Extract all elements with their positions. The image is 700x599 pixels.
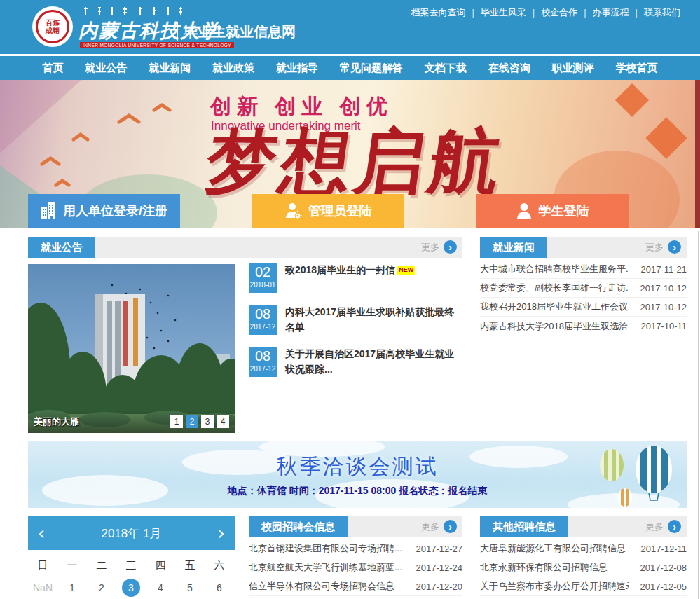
graduation-cap-icon	[615, 83, 649, 117]
carousel-page-button[interactable]: 2	[186, 415, 198, 428]
chevron-left-icon[interactable]: ‹	[38, 524, 45, 542]
date-month: 2018-01	[249, 281, 277, 289]
hero-banner: 创新 创业 创优 Innovative undertaking merit 梦想…	[0, 80, 700, 228]
top-link[interactable]: 毕业生风采	[481, 6, 541, 19]
chevron-right-icon[interactable]: ›	[218, 524, 225, 542]
news-item-title: 校党委常委、副校长李国雄一行走访...	[480, 282, 629, 294]
top-link[interactable]: 校企合作	[541, 6, 592, 19]
nav-item[interactable]: 就业新闻	[149, 62, 191, 75]
news-item[interactable]: 内蒙古科技大学2018届毕业生双选洽... 2017-10-11	[480, 317, 687, 336]
other-job-item[interactable]: 北京永新环保有限公司招聘信息 2017-12-08	[480, 558, 687, 577]
announcement-title-text: 致2018届毕业生的一封信	[285, 264, 395, 275]
top-link[interactable]: 档案去向查询	[411, 6, 480, 19]
banner-slogan-cn: 创新 创业 创优	[210, 92, 393, 121]
announcement-title: 关于开展自治区2017届高校毕业生就业状况跟踪...NEW	[277, 347, 462, 377]
calendar-widget: ‹ 2018年 1月 › 日一二三四五六 NaN123456	[28, 516, 235, 593]
other-job-date: 2017-12-08	[640, 563, 687, 573]
top-link[interactable]: 办事流程	[593, 6, 644, 19]
campus-job-title: 信立半导体有限公司专场招聘会信息	[249, 580, 394, 593]
campus-jobs-title: 校园招聘会信息	[249, 516, 348, 537]
calendar-weekday-row: 日一二三四五六	[28, 559, 235, 572]
admin-gear-icon	[285, 202, 302, 219]
arrow-right-icon: ›	[444, 240, 457, 254]
top-links: 档案去向查询毕业生风采校企合作办事流程联系我们	[411, 6, 680, 19]
campus-job-title: 北京首钢建设集团有限公司专场招聘...	[249, 542, 402, 555]
nav-item[interactable]: 就业指导	[276, 62, 318, 75]
carousel-page-button[interactable]: 4	[217, 415, 229, 428]
news-item-title: 我校召开2018届毕业生就业工作会议	[480, 301, 628, 313]
date-day: 02	[249, 263, 277, 281]
news-item[interactable]: 校党委常委、副校长李国雄一行走访... 2017-10-12	[480, 279, 687, 298]
job-fair-details: 地点：体育馆 时间：2017-11-15 08:00 报名状态：报名结束	[28, 485, 687, 497]
university-name-en: INNER MONGOLIA UNIVERSITY OF SCIENCE & T…	[80, 42, 234, 48]
other-jobs-more-link[interactable]: 更多 ›	[645, 520, 681, 533]
news-item-date: 2017-10-11	[640, 321, 687, 331]
calendar-date[interactable]: 6	[205, 582, 234, 593]
other-job-title: 大唐阜新能源化工有限公司招聘信息	[480, 542, 626, 555]
other-job-item[interactable]: 大唐阜新能源化工有限公司招聘信息 2017-12-11	[480, 539, 687, 558]
more-label: 更多	[421, 241, 439, 254]
nav-item[interactable]: 在线咨询	[488, 62, 530, 75]
admin-login-label: 管理员登陆	[309, 202, 372, 219]
carousel-caption-bar: 美丽的大雁 1234	[28, 411, 235, 433]
news-item[interactable]: 我校召开2018届毕业生就业工作会议 2017-10-12	[480, 298, 687, 317]
date-month: 2017-12	[249, 323, 277, 331]
student-login-button[interactable]: 学生登陆	[476, 194, 629, 228]
news-section-header: 就业新闻 更多 ›	[480, 237, 687, 258]
date-month: 2017-12	[249, 365, 277, 373]
calendar-date[interactable]: NaN	[28, 582, 57, 593]
other-job-date: 2017-12-05	[640, 581, 687, 592]
announcement-title-text: 内科大2017届毕业生求职补贴获批最终名单	[285, 306, 454, 333]
campus-job-item[interactable]: 中节能大地国际再生资源有限公司专... 2017-12-18	[249, 596, 462, 599]
announcement-item[interactable]: 02 2018-01 致2018届毕业生的一封信NEW	[249, 263, 462, 293]
carousel-caption: 美丽的大雁	[34, 415, 79, 428]
other-job-item[interactable]: 关于乌兰察布市委办公厅公开招聘速录 2017-12-05	[480, 577, 687, 596]
calendar-date[interactable]: 5	[175, 582, 205, 593]
top-link[interactable]: 联系我们	[644, 6, 680, 19]
more-label: 更多	[421, 521, 439, 533]
employer-login-button[interactable]: 用人单位登录/注册	[28, 194, 180, 228]
nav-item[interactable]: 常见问题解答	[340, 62, 403, 75]
campus-job-title: 北京航空航天大学飞行训练基地蔚蓝...	[249, 561, 402, 574]
admin-login-button[interactable]: 管理员登陆	[252, 194, 404, 228]
more-label: 更多	[645, 241, 664, 254]
page: 百炼 成钢 内蒙古科技大学 INNER MONGOLIA UNIVERSITY …	[0, 0, 700, 599]
job-fair-banner[interactable]: 秋季洽谈会测试 地点：体育馆 时间：2017-11-15 08:00 报名状态：…	[28, 441, 687, 508]
campus-job-item[interactable]: 北京航空航天大学飞行训练基地蔚蓝... 2017-12-24	[249, 558, 462, 577]
student-icon	[516, 202, 532, 219]
calendar-date[interactable]: 4	[146, 582, 175, 593]
date-badge: 08 2017-12	[249, 347, 277, 377]
news-more-link[interactable]: 更多 ›	[645, 240, 681, 254]
nav-item[interactable]: 首页	[42, 62, 63, 75]
announcements-title: 就业公告	[28, 237, 95, 258]
nav-item[interactable]: 就业政策	[212, 62, 254, 75]
more-label: 更多	[645, 521, 664, 533]
campus-job-item[interactable]: 北京首钢建设集团有限公司专场招聘... 2017-12-27	[249, 539, 462, 558]
announcement-item[interactable]: 08 2017-12 内科大2017届毕业生求职补贴获批最终名单NEW	[249, 305, 462, 335]
nav-item[interactable]: 学校首页	[615, 62, 657, 75]
announcement-item[interactable]: 08 2017-12 关于开展自治区2017届高校毕业生就业状况跟踪...NEW	[249, 347, 462, 377]
other-jobs-title: 其他招聘信息	[480, 516, 568, 537]
carousel-page-button[interactable]: 3	[201, 415, 214, 428]
banner-headline: 梦想启航	[202, 125, 509, 198]
calendar-weekday: 日	[28, 559, 57, 572]
calendar-date[interactable]: 1	[57, 582, 87, 593]
nav-item[interactable]: 职业测评	[552, 62, 594, 75]
campus-jobs-more-link[interactable]: 更多 ›	[421, 520, 457, 533]
calendar-weekday: 三	[116, 559, 146, 572]
campus-job-item[interactable]: 信立半导体有限公司专场招聘会信息 2017-12-20	[249, 577, 462, 596]
announcements-more-link[interactable]: 更多 ›	[421, 240, 457, 254]
carousel-page-button[interactable]: 1	[170, 415, 183, 428]
calendar-date[interactable]: 2	[87, 582, 116, 593]
new-badge: NEW	[397, 266, 415, 275]
calendar-header: ‹ 2018年 1月 ›	[28, 516, 235, 550]
seal-line2: 成钢	[46, 27, 60, 34]
graduation-cap-icon	[645, 117, 687, 158]
announcement-carousel[interactable]: 美丽的大雁 1234	[28, 264, 235, 433]
campus-job-date: 2017-12-24	[416, 563, 463, 573]
nav-item[interactable]: 文档下载	[425, 62, 467, 75]
news-item[interactable]: 大中城市联合招聘高校毕业生服务平... 2017-11-21	[480, 260, 687, 279]
calendar-date[interactable]: 3	[116, 582, 146, 593]
nav-item[interactable]: 就业公告	[85, 62, 127, 75]
other-job-item[interactable]: “恒大杯·中大未来”恒大集团“恒园计... 2017-12-01	[480, 596, 687, 599]
